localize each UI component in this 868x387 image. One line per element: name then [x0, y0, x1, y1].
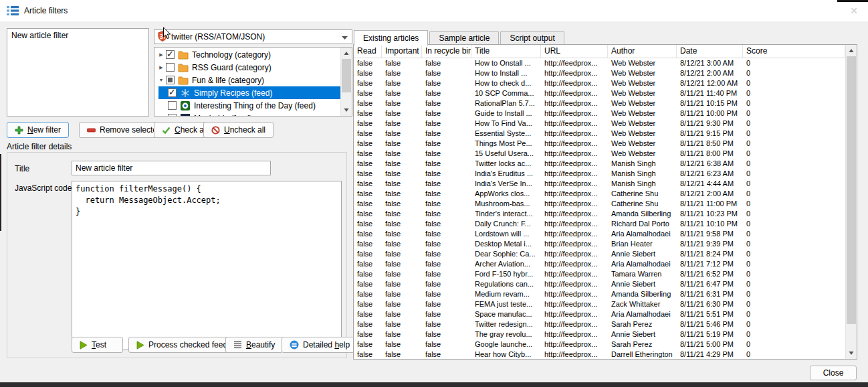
- table-cell: false: [422, 229, 471, 239]
- tree-item[interactable]: mMashable (feed): [154, 112, 340, 117]
- table-row[interactable]: falsefalsefalseDaily Crunch: F...http://…: [354, 219, 845, 229]
- tab-existing-articles[interactable]: Existing articles: [354, 30, 428, 46]
- javascript-code-editor[interactable]: function filterMessage() { return Messag…: [72, 181, 342, 350]
- uncheck-all-button[interactable]: Uncheck all: [203, 122, 274, 138]
- column-header[interactable]: Read: [354, 45, 382, 58]
- table-cell: 8/11/21 8:50 PM: [677, 139, 743, 149]
- table-row[interactable]: falsefalsefalseHow to check d...http://f…: [354, 78, 845, 88]
- table-cell: 8/11/21 5:46 PM: [677, 319, 743, 329]
- table-cell: Google launche...: [471, 339, 541, 350]
- table-cell: false: [354, 98, 382, 108]
- scrollbar-thumb[interactable]: [342, 59, 351, 92]
- scroll-down-icon[interactable]: [341, 104, 352, 116]
- table-cell: false: [354, 149, 382, 159]
- table-row[interactable]: falsefalsefalseGuide to Install ...http:…: [354, 108, 845, 119]
- table-cell: http://feedprox...: [541, 159, 608, 169]
- tab-sample-article[interactable]: Sample article: [429, 31, 499, 45]
- table-cell: false: [422, 309, 471, 319]
- expander-icon[interactable]: ▶: [156, 52, 166, 58]
- scroll-up-icon[interactable]: [846, 45, 857, 56]
- process-checked-feeds-button[interactable]: Process checked feeds: [128, 337, 239, 353]
- table-row[interactable]: falsefalsefalseTinder's interact...http:…: [354, 209, 845, 219]
- table-cell: 8/11/21 10:10 PM: [677, 219, 743, 229]
- column-header[interactable]: URL: [541, 45, 608, 58]
- tree-checkbox[interactable]: [168, 101, 177, 110]
- table-cell: false: [382, 319, 422, 329]
- tree-checkbox[interactable]: [166, 50, 175, 59]
- table-row[interactable]: falsefalsefalseSpace manufac...http://fe…: [354, 309, 845, 319]
- test-button[interactable]: Test: [72, 337, 123, 353]
- feed-tree-scrollbar[interactable]: [340, 48, 352, 116]
- table-row[interactable]: falsefalsefalseFord F-150 hybr...http://…: [354, 269, 845, 279]
- tree-item[interactable]: Simply Recipes (feed): [158, 86, 340, 99]
- table-cell: 0: [743, 299, 845, 309]
- table-row[interactable]: falsefalsefalseMushroom-bas...http://fee…: [354, 199, 845, 209]
- table-cell: false: [422, 78, 471, 88]
- filter-list-item[interactable]: New article filter: [7, 29, 148, 42]
- tree-checkbox[interactable]: [166, 63, 175, 72]
- table-row[interactable]: falsefalsefalseAppWorks clos...http://fe…: [354, 189, 845, 199]
- column-header[interactable]: Title: [471, 45, 541, 58]
- column-header[interactable]: In recycle bin: [422, 45, 471, 58]
- tree-checkbox[interactable]: [166, 76, 175, 84]
- column-header[interactable]: Author: [608, 45, 677, 58]
- table-scrollbar[interactable]: [845, 45, 857, 359]
- tree-item-label: Interesting Thing of the Day (feed): [194, 101, 316, 110]
- table-cell: Catherine Shu: [608, 199, 677, 209]
- table-row[interactable]: falsefalsefalseDear Sophie: Ca...http://…: [354, 249, 845, 259]
- filter-list[interactable]: New article filter: [7, 28, 149, 117]
- table-row[interactable]: falsefalsefalse10 SCP Comma...http://fee…: [354, 88, 845, 98]
- tree-item[interactable]: ▶RSS Guard (category): [154, 61, 340, 74]
- expander-icon[interactable]: ▶: [156, 65, 166, 70]
- beautify-button[interactable]: Beautify: [225, 337, 283, 353]
- scrollbar-thumb[interactable]: [847, 56, 856, 324]
- close-icon[interactable]: ✕: [847, 4, 861, 17]
- table-row[interactable]: falsefalsefalseThings Most Pe...http://f…: [354, 139, 845, 149]
- table-row[interactable]: falsefalsefalseIndia's VerSe In...http:/…: [354, 179, 845, 189]
- title-field[interactable]: [72, 161, 271, 175]
- scroll-down-icon[interactable]: [846, 347, 857, 359]
- folder-icon: [178, 62, 189, 73]
- table-row[interactable]: falsefalsefalseTwitter locks ac...http:/…: [354, 159, 845, 169]
- table-cell: 8/11/21 9:30 PM: [677, 119, 743, 129]
- mashable-icon: m: [180, 113, 191, 117]
- table-row[interactable]: falsefalsefalseFEMA just teste...http://…: [354, 299, 845, 309]
- column-header[interactable]: Date: [677, 45, 743, 58]
- table-row[interactable]: falsefalsefalse15 Useful Usera...http://…: [354, 149, 845, 159]
- table-row[interactable]: falsefalsefalseRationalPlan 5.7...http:/…: [354, 98, 845, 108]
- table-row[interactable]: falsefalsefalseHow to Install ...http://…: [354, 68, 845, 78]
- tree-item[interactable]: ▶Technology (category): [154, 48, 340, 61]
- table-row[interactable]: falsefalsefalseGoogle launche...http://f…: [354, 339, 845, 350]
- table-cell: Zack Whittaker: [608, 299, 677, 309]
- scroll-up-icon[interactable]: [341, 48, 352, 59]
- tab-script-output[interactable]: Script output: [500, 31, 564, 45]
- table-cell: false: [354, 199, 382, 209]
- tree-item[interactable]: ▼Fun & life (category): [154, 74, 340, 86]
- account-dropdown[interactable]: twitter (RSS/ATOM/JSON): [154, 29, 352, 44]
- tree-checkbox[interactable]: [168, 114, 177, 117]
- table-row[interactable]: falsefalsefalseMedium revam...http://fee…: [354, 289, 845, 299]
- table-row[interactable]: falsefalsefalseThe gray revolu...http://…: [354, 329, 845, 339]
- table-cell: Sarah Perez: [608, 319, 677, 329]
- table-row[interactable]: falsefalsefalseLordstown will ...http://…: [354, 229, 845, 239]
- table-row[interactable]: falsefalsefalseIndia's Eruditus ...http:…: [354, 169, 845, 179]
- close-button[interactable]: Close: [810, 366, 857, 380]
- table-row[interactable]: falsefalsefalseArcher Aviation...http://…: [354, 259, 845, 269]
- table-row[interactable]: falsefalsefalseHow To Find Va...http://f…: [354, 119, 845, 129]
- detailed-help-button[interactable]: Detailed help: [282, 337, 358, 353]
- column-header[interactable]: Important: [382, 45, 422, 58]
- table-row[interactable]: falsefalsefalseHear how Cityb...http://f…: [354, 350, 845, 359]
- table-row[interactable]: falsefalsefalseEssential Syste...http://…: [354, 129, 845, 139]
- table-cell: false: [382, 309, 422, 319]
- table-row[interactable]: falsefalsefalseTwitter redesign...http:/…: [354, 319, 845, 329]
- table-cell: 15 Useful Usera...: [471, 149, 541, 159]
- expander-icon[interactable]: ▼: [156, 78, 166, 82]
- table-row[interactable]: falsefalsefalseRegulations can...http://…: [354, 279, 845, 289]
- table-row[interactable]: falsefalsefalseDesktop Metal i...http://…: [354, 239, 845, 249]
- tree-checkbox[interactable]: [168, 88, 177, 97]
- column-header[interactable]: Score: [743, 45, 845, 58]
- tree-item[interactable]: Interesting Thing of the Day (feed): [154, 99, 340, 112]
- new-filter-button[interactable]: New filter: [7, 122, 69, 138]
- feed-tree[interactable]: ▶Technology (category)▶RSS Guard (catego…: [154, 47, 352, 117]
- table-row[interactable]: falsefalsefalseHow to Onstall ...http://…: [354, 58, 845, 68]
